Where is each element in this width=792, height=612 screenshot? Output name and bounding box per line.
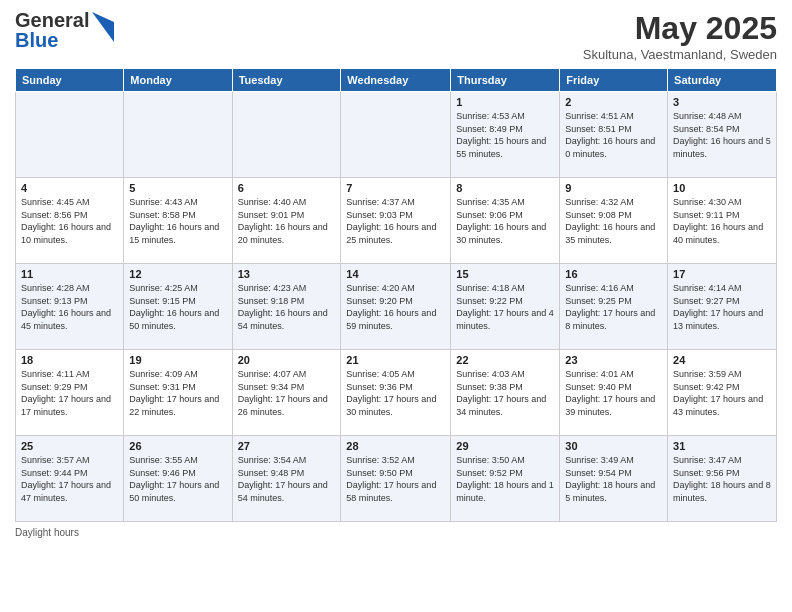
day-number: 21 [346, 354, 445, 366]
page: General Blue May 2025 Skultuna, Vaestman… [0, 0, 792, 612]
svg-marker-0 [92, 12, 114, 42]
logo-blue: Blue [15, 30, 89, 50]
logo-general: General [15, 10, 89, 30]
calendar-cell [124, 92, 232, 178]
calendar-cell: 28Sunrise: 3:52 AMSunset: 9:50 PMDayligh… [341, 436, 451, 522]
calendar-cell [16, 92, 124, 178]
day-info: Sunrise: 4:37 AMSunset: 9:03 PMDaylight:… [346, 196, 445, 246]
footer: Daylight hours [15, 527, 777, 538]
day-info: Sunrise: 4:05 AMSunset: 9:36 PMDaylight:… [346, 368, 445, 418]
day-info: Sunrise: 4:30 AMSunset: 9:11 PMDaylight:… [673, 196, 771, 246]
day-info: Sunrise: 4:45 AMSunset: 8:56 PMDaylight:… [21, 196, 118, 246]
day-number: 10 [673, 182, 771, 194]
header: General Blue May 2025 Skultuna, Vaestman… [15, 10, 777, 62]
month-title: May 2025 [583, 10, 777, 47]
calendar-cell: 3Sunrise: 4:48 AMSunset: 8:54 PMDaylight… [668, 92, 777, 178]
day-number: 23 [565, 354, 662, 366]
day-info: Sunrise: 4:16 AMSunset: 9:25 PMDaylight:… [565, 282, 662, 332]
calendar-cell: 2Sunrise: 4:51 AMSunset: 8:51 PMDaylight… [560, 92, 668, 178]
day-number: 6 [238, 182, 336, 194]
day-info: Sunrise: 3:49 AMSunset: 9:54 PMDaylight:… [565, 454, 662, 504]
logo-icon [92, 12, 114, 42]
day-number: 29 [456, 440, 554, 452]
day-number: 15 [456, 268, 554, 280]
calendar-cell: 17Sunrise: 4:14 AMSunset: 9:27 PMDayligh… [668, 264, 777, 350]
day-number: 18 [21, 354, 118, 366]
calendar-week-row: 11Sunrise: 4:28 AMSunset: 9:13 PMDayligh… [16, 264, 777, 350]
day-number: 7 [346, 182, 445, 194]
day-info: Sunrise: 3:55 AMSunset: 9:46 PMDaylight:… [129, 454, 226, 504]
day-info: Sunrise: 4:03 AMSunset: 9:38 PMDaylight:… [456, 368, 554, 418]
calendar-cell: 18Sunrise: 4:11 AMSunset: 9:29 PMDayligh… [16, 350, 124, 436]
day-info: Sunrise: 4:20 AMSunset: 9:20 PMDaylight:… [346, 282, 445, 332]
day-number: 20 [238, 354, 336, 366]
logo: General Blue [15, 10, 114, 50]
day-number: 16 [565, 268, 662, 280]
calendar-cell: 31Sunrise: 3:47 AMSunset: 9:56 PMDayligh… [668, 436, 777, 522]
calendar-cell [232, 92, 341, 178]
calendar-cell: 27Sunrise: 3:54 AMSunset: 9:48 PMDayligh… [232, 436, 341, 522]
day-info: Sunrise: 3:50 AMSunset: 9:52 PMDaylight:… [456, 454, 554, 504]
day-number: 26 [129, 440, 226, 452]
calendar-cell: 5Sunrise: 4:43 AMSunset: 8:58 PMDaylight… [124, 178, 232, 264]
day-number: 5 [129, 182, 226, 194]
day-info: Sunrise: 4:53 AMSunset: 8:49 PMDaylight:… [456, 110, 554, 160]
calendar-cell: 13Sunrise: 4:23 AMSunset: 9:18 PMDayligh… [232, 264, 341, 350]
day-number: 8 [456, 182, 554, 194]
calendar-cell: 14Sunrise: 4:20 AMSunset: 9:20 PMDayligh… [341, 264, 451, 350]
calendar-cell: 29Sunrise: 3:50 AMSunset: 9:52 PMDayligh… [451, 436, 560, 522]
calendar-cell: 25Sunrise: 3:57 AMSunset: 9:44 PMDayligh… [16, 436, 124, 522]
calendar-cell: 23Sunrise: 4:01 AMSunset: 9:40 PMDayligh… [560, 350, 668, 436]
calendar-week-row: 4Sunrise: 4:45 AMSunset: 8:56 PMDaylight… [16, 178, 777, 264]
day-info: Sunrise: 4:11 AMSunset: 9:29 PMDaylight:… [21, 368, 118, 418]
calendar-cell: 11Sunrise: 4:28 AMSunset: 9:13 PMDayligh… [16, 264, 124, 350]
day-info: Sunrise: 4:23 AMSunset: 9:18 PMDaylight:… [238, 282, 336, 332]
day-number: 19 [129, 354, 226, 366]
day-info: Sunrise: 4:35 AMSunset: 9:06 PMDaylight:… [456, 196, 554, 246]
calendar-cell: 15Sunrise: 4:18 AMSunset: 9:22 PMDayligh… [451, 264, 560, 350]
day-number: 31 [673, 440, 771, 452]
weekday-header-tuesday: Tuesday [232, 69, 341, 92]
day-number: 13 [238, 268, 336, 280]
calendar-cell: 4Sunrise: 4:45 AMSunset: 8:56 PMDaylight… [16, 178, 124, 264]
calendar-header-row: SundayMondayTuesdayWednesdayThursdayFrid… [16, 69, 777, 92]
day-info: Sunrise: 4:40 AMSunset: 9:01 PMDaylight:… [238, 196, 336, 246]
day-info: Sunrise: 3:47 AMSunset: 9:56 PMDaylight:… [673, 454, 771, 504]
calendar-cell: 19Sunrise: 4:09 AMSunset: 9:31 PMDayligh… [124, 350, 232, 436]
day-number: 17 [673, 268, 771, 280]
calendar-cell: 21Sunrise: 4:05 AMSunset: 9:36 PMDayligh… [341, 350, 451, 436]
day-info: Sunrise: 4:07 AMSunset: 9:34 PMDaylight:… [238, 368, 336, 418]
weekday-header-sunday: Sunday [16, 69, 124, 92]
calendar-cell: 7Sunrise: 4:37 AMSunset: 9:03 PMDaylight… [341, 178, 451, 264]
calendar-cell: 24Sunrise: 3:59 AMSunset: 9:42 PMDayligh… [668, 350, 777, 436]
location: Skultuna, Vaestmanland, Sweden [583, 47, 777, 62]
calendar-cell: 10Sunrise: 4:30 AMSunset: 9:11 PMDayligh… [668, 178, 777, 264]
day-number: 25 [21, 440, 118, 452]
calendar-week-row: 25Sunrise: 3:57 AMSunset: 9:44 PMDayligh… [16, 436, 777, 522]
day-info: Sunrise: 4:51 AMSunset: 8:51 PMDaylight:… [565, 110, 662, 160]
calendar-cell: 6Sunrise: 4:40 AMSunset: 9:01 PMDaylight… [232, 178, 341, 264]
calendar-cell: 1Sunrise: 4:53 AMSunset: 8:49 PMDaylight… [451, 92, 560, 178]
day-number: 14 [346, 268, 445, 280]
day-number: 9 [565, 182, 662, 194]
day-number: 3 [673, 96, 771, 108]
calendar-cell: 30Sunrise: 3:49 AMSunset: 9:54 PMDayligh… [560, 436, 668, 522]
weekday-header-thursday: Thursday [451, 69, 560, 92]
day-info: Sunrise: 4:14 AMSunset: 9:27 PMDaylight:… [673, 282, 771, 332]
day-number: 22 [456, 354, 554, 366]
day-info: Sunrise: 4:48 AMSunset: 8:54 PMDaylight:… [673, 110, 771, 160]
weekday-header-friday: Friday [560, 69, 668, 92]
calendar-cell: 20Sunrise: 4:07 AMSunset: 9:34 PMDayligh… [232, 350, 341, 436]
daylight-hours-label: Daylight hours [15, 527, 79, 538]
day-info: Sunrise: 3:52 AMSunset: 9:50 PMDaylight:… [346, 454, 445, 504]
day-number: 4 [21, 182, 118, 194]
day-number: 12 [129, 268, 226, 280]
day-info: Sunrise: 4:01 AMSunset: 9:40 PMDaylight:… [565, 368, 662, 418]
calendar-cell [341, 92, 451, 178]
day-info: Sunrise: 4:18 AMSunset: 9:22 PMDaylight:… [456, 282, 554, 332]
day-number: 2 [565, 96, 662, 108]
day-info: Sunrise: 4:25 AMSunset: 9:15 PMDaylight:… [129, 282, 226, 332]
day-number: 28 [346, 440, 445, 452]
day-number: 1 [456, 96, 554, 108]
calendar-cell: 8Sunrise: 4:35 AMSunset: 9:06 PMDaylight… [451, 178, 560, 264]
